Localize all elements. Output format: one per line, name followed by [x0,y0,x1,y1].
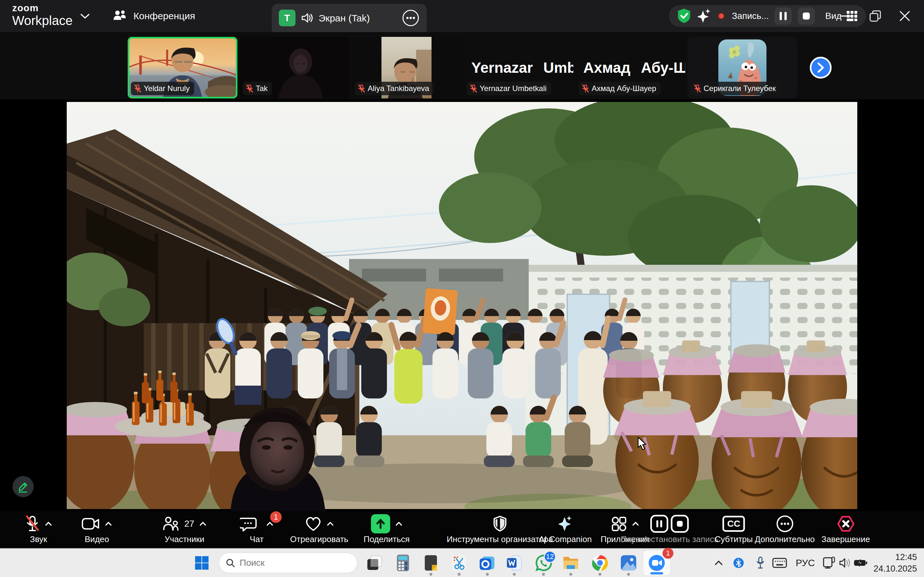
chevron-up-icon[interactable] [395,522,402,526]
video-label: Видео [85,534,109,544]
tray-bluetooth[interactable] [733,549,744,577]
video-tile-serikgali[interactable]: Серикгали Тулеубек [688,37,797,98]
pause-recording-toolbar-button[interactable] [650,515,668,533]
pencil-icon [17,480,29,493]
host-tools-button[interactable]: Инструменты организатора [447,514,553,544]
share-icon [371,514,390,533]
pause-icon [656,520,663,528]
keyboard-icon [772,558,787,568]
speaker-icon [301,13,313,23]
pause-recording-button[interactable] [774,7,792,25]
share-button[interactable]: Поделиться [363,514,410,544]
minimize-button[interactable] [831,0,861,32]
chevron-up-icon[interactable] [105,522,112,526]
video-tile-aliya[interactable]: Aliya Tankibayeva [352,37,461,98]
taskbar-search[interactable] [219,553,357,573]
workspace-dropdown-button[interactable] [80,13,90,21]
security-shield-icon[interactable] [677,8,691,24]
captions-button[interactable]: CC Субтитры [715,514,753,544]
video-button[interactable]: Видео [82,514,112,544]
ai-sparkle-icon[interactable] [697,9,711,23]
minimize-icon [840,15,851,17]
video-tile-tak[interactable]: Tak [240,37,349,98]
shield-icon [493,516,507,532]
chevron-up-icon[interactable] [326,522,334,526]
zoom-app-icon [648,554,666,572]
participant-name: Tak [256,84,268,93]
more-button[interactable]: Дополнительно [754,514,814,544]
annotate-button[interactable] [13,476,34,497]
taskbar-app-chrome[interactable] [591,549,608,577]
mic-muted-icon [582,84,589,93]
active-indicator [650,572,663,574]
name-badge: Серикгали Тулеубек [691,82,780,95]
taskbar-app-snipping-tool[interactable] [451,549,467,577]
video-tile-yeldar[interactable]: Yeldar Nuruly [128,37,237,98]
taskbar-app-word[interactable] [506,549,522,577]
share-label: Поделиться [363,534,410,544]
tray-touch-keyboard[interactable] [772,549,787,577]
tab-more-menu-button[interactable] [402,9,420,27]
taskbar-app-zoom[interactable]: 1 [643,550,670,575]
date-label: 24.10.2025 [874,563,917,574]
logo-text-workplace: Workplace [12,14,73,27]
people-icon [112,10,127,23]
chevron-up-icon[interactable] [200,522,207,526]
record-dot-icon [716,11,726,21]
window-controls [831,0,919,32]
running-indicator [430,573,433,576]
chevron-right-icon [817,62,825,73]
tab-meeting-label: Конференция [134,11,195,21]
taskbar-app-sticky-notes[interactable] [423,549,439,577]
taskbar-app-whatsapp[interactable]: 12 [535,549,552,577]
search-input[interactable] [240,558,336,568]
next-participants-button[interactable] [810,57,832,79]
more-ellipsis-icon [776,515,794,533]
running-indicator [513,573,516,576]
taskbar-app-contrast[interactable] [366,549,383,577]
shared-screen-photo [67,102,857,509]
taskbar-app-outlook[interactable] [479,549,496,577]
self-view-overlay[interactable] [221,408,334,512]
participant-name: Ахмад Абу-Шауер [591,84,656,93]
tray-battery[interactable] [853,549,867,577]
chevron-up-icon[interactable] [45,522,52,526]
video-tile-yernazar[interactable]: Yernazar Umbet... Yernazar Umbetkali [464,37,573,98]
participants-button[interactable]: 27 Участники [162,514,206,544]
video-tile-akhmad[interactable]: Ахмад Абу-Ша... Ахмад Абу-Шауер [575,37,685,98]
pause-icon [779,11,787,21]
taskbar-app-file-explorer[interactable] [562,549,580,577]
taskbar-clock[interactable]: 12:45 24.10.2025 [874,551,917,574]
end-meeting-button[interactable]: Завершение [821,514,870,544]
tray-microphone[interactable] [756,549,765,577]
ai-companion-button[interactable]: AI Companion [539,514,592,544]
close-button[interactable] [890,0,919,32]
pause-stop-recording-control: Пауза/остановить запись [621,514,718,544]
restore-button[interactable] [861,0,890,32]
running-indicator [486,573,489,576]
tray-language[interactable]: РУС [796,549,815,577]
taskbar-app-photos[interactable] [620,549,637,577]
tray-volume[interactable] [839,549,851,577]
start-button[interactable] [194,549,209,577]
chevron-up-icon[interactable] [266,522,273,526]
stop-icon [802,12,811,20]
tray-display[interactable] [822,549,836,577]
react-button[interactable]: Отреагировать [290,514,348,544]
chat-button[interactable]: 1 Чат [240,514,273,544]
react-label: Отреагировать [290,534,348,544]
mouse-cursor [637,437,648,452]
tray-expand-button[interactable] [714,549,723,577]
audio-button[interactable]: Звук [25,514,52,544]
stop-recording-toolbar-button[interactable] [671,515,689,533]
name-badge: Tak [243,82,272,95]
stop-recording-button[interactable] [798,7,815,25]
language-label: РУС [796,558,815,568]
taskbar-app-calculator[interactable] [396,549,410,577]
name-badge: Yernazar Umbetkali [467,82,551,95]
thumbnail-tiles: Yeldar Nuruly Tak [128,37,797,98]
tab-meeting[interactable]: Конференция [109,0,198,32]
tab-screen-share[interactable]: T Экран (Tak) [272,4,427,32]
captions-icon: CC [722,516,745,532]
running-indicator [542,573,545,576]
